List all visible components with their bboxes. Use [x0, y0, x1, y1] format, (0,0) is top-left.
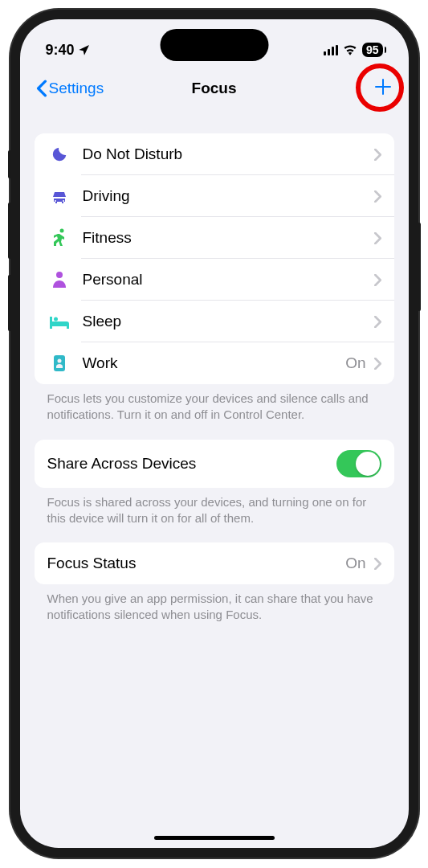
status-left: 9:40	[46, 42, 91, 59]
page-title: Focus	[192, 80, 237, 97]
focus-status-description: When you give an app permission, it can …	[35, 584, 394, 640]
row-label: Do Not Disturb	[83, 145, 374, 163]
focus-row-work[interactable]: Work On	[35, 342, 394, 384]
back-label: Settings	[49, 80, 104, 97]
focus-status-label: Focus Status	[47, 555, 346, 572]
bed-icon	[47, 311, 71, 332]
silence-switch	[8, 150, 11, 178]
car-icon	[47, 186, 71, 207]
chevron-right-icon	[374, 190, 381, 203]
svg-point-3	[57, 359, 61, 363]
svg-point-0	[59, 229, 63, 233]
power-button	[418, 223, 421, 311]
chevron-right-icon	[374, 358, 381, 370]
volume-down-button	[8, 275, 11, 331]
plus-icon	[373, 77, 393, 96]
focus-row-driving[interactable]: Driving	[35, 175, 394, 217]
badge-icon	[47, 353, 71, 374]
person-icon	[47, 269, 71, 290]
moon-icon	[47, 144, 71, 165]
focus-row-sleep[interactable]: Sleep	[35, 301, 394, 342]
home-indicator[interactable]	[154, 836, 275, 840]
focus-status-value: On	[345, 555, 365, 572]
row-label: Sleep	[83, 313, 374, 330]
content: Do Not Disturb Driving Fitness Personal	[20, 111, 409, 640]
share-across-devices-row[interactable]: Share Across Devices	[35, 440, 394, 488]
share-label: Share Across Devices	[47, 455, 197, 473]
share-description: Focus is shared across your devices, and…	[35, 488, 394, 543]
share-toggle[interactable]	[336, 450, 381, 477]
svg-rect-2	[54, 355, 65, 371]
focus-row-do-not-disturb[interactable]: Do Not Disturb	[35, 133, 394, 175]
svg-point-1	[56, 272, 63, 278]
dynamic-island	[160, 29, 268, 61]
focus-row-fitness[interactable]: Fitness	[35, 217, 394, 259]
row-label: Driving	[83, 187, 374, 205]
phone-screen: 9:40 95 Settings Focus	[20, 19, 409, 848]
focus-description: Focus lets you customize your devices an…	[35, 384, 394, 440]
location-icon	[78, 43, 91, 56]
back-button[interactable]: Settings	[36, 80, 104, 97]
status-right: 95	[324, 43, 383, 57]
row-label: Fitness	[83, 229, 374, 247]
chevron-left-icon	[36, 80, 47, 97]
add-button[interactable]	[373, 77, 393, 100]
focus-row-personal[interactable]: Personal	[35, 259, 394, 301]
row-label: Work	[83, 354, 346, 372]
chevron-right-icon	[374, 274, 381, 286]
wifi-icon	[343, 44, 357, 55]
chevron-right-icon	[374, 232, 381, 244]
focus-status-row[interactable]: Focus Status On	[35, 542, 394, 584]
chevron-right-icon	[374, 558, 381, 570]
focus-modes-list: Do Not Disturb Driving Fitness Personal	[35, 133, 394, 384]
nav-bar: Settings Focus	[20, 66, 409, 111]
chevron-right-icon	[374, 149, 381, 161]
status-time: 9:40	[46, 42, 75, 59]
running-icon	[47, 227, 71, 248]
row-label: Personal	[83, 271, 374, 289]
battery-icon: 95	[362, 43, 383, 57]
focus-status-group: Focus Status On	[35, 542, 394, 584]
row-value: On	[345, 354, 365, 372]
volume-up-button	[8, 203, 11, 259]
cellular-icon	[324, 45, 338, 55]
phone-frame: 9:40 95 Settings Focus	[10, 10, 418, 858]
share-group: Share Across Devices	[35, 440, 394, 488]
chevron-right-icon	[374, 316, 381, 328]
